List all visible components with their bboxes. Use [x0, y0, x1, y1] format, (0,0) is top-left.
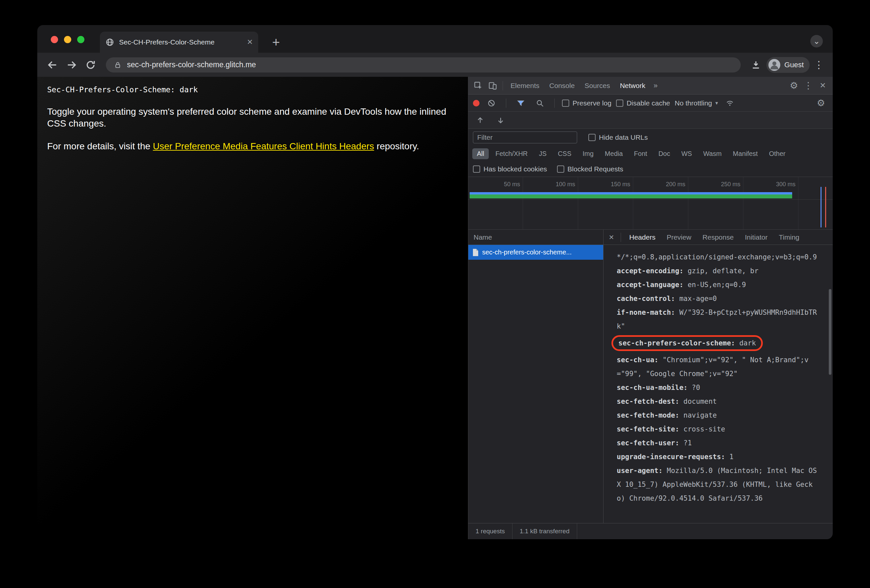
network-filter-input[interactable]: [473, 132, 577, 143]
page-paragraph-1: Toggle your operating system's preferred…: [47, 106, 458, 130]
scrollbar-thumb[interactable]: [829, 289, 831, 375]
browser-menu-icon[interactable]: ⋮: [812, 59, 826, 71]
request-header-entry: upgrade-insecure-requests: 1: [617, 450, 821, 464]
resource-filter-chip[interactable]: Other: [764, 148, 790, 159]
devtools-tab[interactable]: Console: [544, 77, 580, 94]
details-tab[interactable]: Timing: [773, 230, 805, 245]
new-tab-button[interactable]: +: [268, 34, 284, 50]
tab-close-icon[interactable]: ✕: [247, 38, 253, 46]
request-header-entry: cache-control: max-age=0: [617, 292, 821, 306]
request-header-entry: if-none-match: W/"392-B+pCtpzl+pyWUSHMRn…: [617, 306, 821, 333]
resource-filter-chip[interactable]: JS: [534, 148, 551, 159]
timeline-label: 250 ms: [701, 181, 740, 188]
network-main-area: Name sec-ch-prefers-color-scheme... ✕: [468, 230, 833, 523]
gridline: [743, 177, 743, 229]
throttling-value: No throttling: [675, 99, 712, 107]
forward-button[interactable]: [63, 56, 80, 73]
network-settings-gear-icon[interactable]: ⚙: [813, 96, 828, 110]
requests-name-column-header[interactable]: Name: [468, 230, 603, 245]
request-waterfall-bar: [470, 192, 792, 198]
devtools-tab[interactable]: Elements: [506, 77, 544, 94]
inspect-element-icon[interactable]: [471, 79, 486, 93]
window-controls: [51, 36, 85, 43]
network-status-bar: 1 requests 1.1 kB transferred: [468, 523, 833, 539]
tab-title: Sec-CH-Prefers-Color-Scheme: [119, 38, 243, 46]
disable-cache-checkbox[interactable]: Disable cache: [616, 99, 670, 107]
back-button[interactable]: [44, 56, 61, 73]
details-tab[interactable]: Preview: [661, 230, 697, 245]
request-header-entry: sec-fetch-dest: document: [617, 395, 821, 408]
throttling-dropdown[interactable]: No throttling ▾: [675, 99, 718, 107]
minimize-window-button[interactable]: [64, 36, 71, 43]
request-name: sec-ch-prefers-color-scheme...: [482, 248, 572, 256]
request-details-tabs: ✕ Headers Preview Response: [603, 230, 833, 245]
import-har-icon[interactable]: [473, 113, 487, 128]
details-tab[interactable]: Response: [697, 230, 739, 245]
request-header-entry: sec-ch-ua-mobile: ?0: [617, 381, 821, 395]
network-conditions-icon[interactable]: [723, 96, 737, 110]
network-filter-row: Hide data URLs: [468, 129, 833, 146]
details-tab[interactable]: Initiator: [739, 230, 773, 245]
details-tab[interactable]: Headers: [624, 230, 661, 245]
request-row[interactable]: sec-ch-prefers-color-scheme...: [468, 245, 603, 260]
resource-filter-chip[interactable]: CSS: [553, 148, 576, 159]
more-tabs-icon[interactable]: »: [650, 82, 661, 89]
request-count: 1 requests: [468, 523, 512, 539]
devtools-tab[interactable]: Network: [615, 77, 650, 94]
repository-link[interactable]: User Preference Media Features Client Hi…: [153, 141, 374, 151]
devtools-settings-gear-icon[interactable]: ⚙: [787, 79, 801, 93]
request-headers-list[interactable]: */*;q=0.8,application/signed-exchange;v=…: [603, 245, 833, 523]
blocked-requests-checkbox[interactable]: Blocked Requests: [557, 165, 623, 173]
resource-filter-chip[interactable]: Wasm: [699, 148, 726, 159]
resource-filter-chip[interactable]: Doc: [654, 148, 675, 159]
resource-filter-chip[interactable]: Img: [578, 148, 598, 159]
domcontentloaded-marker: [821, 187, 821, 227]
resource-filter-chip[interactable]: All: [472, 148, 489, 159]
devtools-tabs: Elements Console Sources Network: [506, 77, 650, 94]
close-details-icon[interactable]: ✕: [605, 233, 618, 241]
devtools-menu-kebab-icon[interactable]: ⋮: [801, 79, 816, 93]
network-toolbar: Preserve log Disable cache No throttling…: [468, 95, 833, 112]
resource-filter-chip[interactable]: WS: [677, 148, 697, 159]
resource-filter-chip[interactable]: Fetch/XHR: [491, 148, 532, 159]
color-scheme-status-text: Sec-CH-Prefers-Color-Scheme: dark: [47, 85, 458, 94]
clear-network-log-icon[interactable]: [484, 96, 499, 110]
tab-search-button[interactable]: ⌄: [810, 35, 823, 48]
profile-button[interactable]: Guest: [766, 57, 810, 73]
checkbox-box: [557, 165, 564, 173]
address-bar[interactable]: sec-ch-prefers-color-scheme.glitch.me: [106, 57, 741, 73]
timeline-label: 200 ms: [646, 181, 685, 188]
has-blocked-cookies-checkbox[interactable]: Has blocked cookies: [473, 165, 547, 173]
har-toolbar: [468, 112, 833, 129]
request-header-entry: sec-fetch-mode: navigate: [617, 408, 821, 422]
filter-funnel-icon[interactable]: [514, 96, 528, 110]
device-toolbar-icon[interactable]: [486, 79, 500, 93]
export-har-icon[interactable]: [493, 113, 508, 128]
timeline-label: 50 ms: [481, 181, 520, 188]
load-event-marker: [825, 187, 826, 227]
record-network-log-button[interactable]: [473, 100, 480, 107]
devtools-tabbar: Elements Console Sources Network » ⚙ ⋮ ✕: [468, 77, 833, 95]
resource-filter-chip[interactable]: Media: [600, 148, 627, 159]
request-header-entry: accept-language: en-US,en;q=0.9: [617, 278, 821, 292]
paragraph-text: For more details, visit the: [47, 141, 153, 151]
reload-button[interactable]: [82, 56, 99, 73]
search-icon[interactable]: [533, 96, 547, 110]
divider: [468, 199, 833, 200]
download-icon[interactable]: [747, 56, 764, 73]
browser-tab[interactable]: Sec-CH-Prefers-Color-Scheme ✕: [100, 32, 258, 53]
checkbox-box: [562, 99, 569, 107]
devtools-close-icon[interactable]: ✕: [816, 79, 830, 93]
desktop-background: Sec-CH-Prefers-Color-Scheme ✕ + ⌄ sec-ch…: [0, 0, 870, 588]
request-details-pane: ✕ Headers Preview Response: [603, 230, 833, 523]
zoom-window-button[interactable]: [77, 36, 85, 43]
lock-icon: [114, 61, 122, 69]
resource-filter-chip[interactable]: Font: [629, 148, 652, 159]
url-text: sec-ch-prefers-color-scheme.glitch.me: [127, 60, 256, 69]
network-overview-timeline[interactable]: 50 ms 100 ms 150 ms 200 ms 250 ms 300 ms: [468, 177, 833, 230]
close-window-button[interactable]: [51, 36, 58, 43]
hide-data-urls-checkbox[interactable]: Hide data URLs: [588, 134, 648, 141]
devtools-tab[interactable]: Sources: [580, 77, 615, 94]
preserve-log-checkbox[interactable]: Preserve log: [562, 99, 611, 107]
resource-filter-chip[interactable]: Manifest: [728, 148, 763, 159]
